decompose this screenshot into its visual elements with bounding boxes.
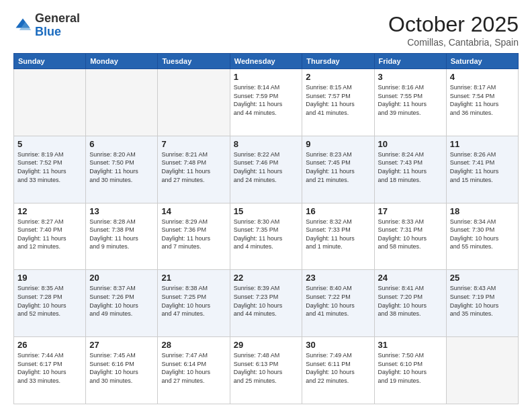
day-info: Sunrise: 7:50 AM Sunset: 6:10 PM Dayligh… xyxy=(378,351,443,385)
day-info: Sunrise: 8:38 AM Sunset: 7:25 PM Dayligh… xyxy=(161,284,226,318)
table-row: 21Sunrise: 8:38 AM Sunset: 7:25 PM Dayli… xyxy=(158,270,230,337)
table-row: 13Sunrise: 8:28 AM Sunset: 7:38 PM Dayli… xyxy=(86,203,158,270)
day-info: Sunrise: 8:23 AM Sunset: 7:45 PM Dayligh… xyxy=(306,150,370,184)
col-sunday: Sunday xyxy=(14,54,86,69)
day-number: 10 xyxy=(378,139,443,149)
col-thursday: Thursday xyxy=(302,54,374,69)
table-row: 20Sunrise: 8:37 AM Sunset: 7:26 PM Dayli… xyxy=(86,270,158,337)
table-row: 31Sunrise: 7:50 AM Sunset: 6:10 PM Dayli… xyxy=(374,337,446,404)
day-number: 14 xyxy=(161,206,226,216)
day-info: Sunrise: 8:32 AM Sunset: 7:33 PM Dayligh… xyxy=(306,218,370,251)
table-row: 12Sunrise: 8:27 AM Sunset: 7:40 PM Dayli… xyxy=(14,203,86,270)
day-info: Sunrise: 8:20 AM Sunset: 7:50 PM Dayligh… xyxy=(89,150,154,184)
day-number: 26 xyxy=(17,340,82,350)
day-number: 28 xyxy=(161,340,226,350)
table-row: 7Sunrise: 8:21 AM Sunset: 7:48 PM Daylig… xyxy=(158,136,230,203)
day-info: Sunrise: 8:35 AM Sunset: 7:28 PM Dayligh… xyxy=(17,284,82,318)
day-number: 29 xyxy=(234,340,299,350)
day-number: 11 xyxy=(450,139,515,149)
table-row: 5Sunrise: 8:19 AM Sunset: 7:52 PM Daylig… xyxy=(14,136,86,203)
day-number: 19 xyxy=(17,273,82,283)
day-number: 2 xyxy=(306,72,370,82)
table-row: 29Sunrise: 7:48 AM Sunset: 6:13 PM Dayli… xyxy=(230,337,302,404)
table-row: 11Sunrise: 8:26 AM Sunset: 7:41 PM Dayli… xyxy=(446,136,518,203)
day-number: 17 xyxy=(378,206,443,216)
day-number: 24 xyxy=(378,273,443,283)
day-info: Sunrise: 8:19 AM Sunset: 7:52 PM Dayligh… xyxy=(17,150,82,184)
table-row: 26Sunrise: 7:44 AM Sunset: 6:17 PM Dayli… xyxy=(14,337,86,404)
location: Comillas, Cantabria, Spain xyxy=(388,37,519,48)
day-number: 7 xyxy=(161,139,226,149)
calendar-table: Sunday Monday Tuesday Wednesday Thursday… xyxy=(13,53,519,404)
day-info: Sunrise: 8:16 AM Sunset: 7:55 PM Dayligh… xyxy=(378,83,443,117)
table-row: 4Sunrise: 8:17 AM Sunset: 7:54 PM Daylig… xyxy=(446,69,518,136)
day-number: 1 xyxy=(234,72,299,82)
day-number: 16 xyxy=(306,206,370,216)
table-row: 16Sunrise: 8:32 AM Sunset: 7:33 PM Dayli… xyxy=(302,203,374,270)
day-info: Sunrise: 8:22 AM Sunset: 7:46 PM Dayligh… xyxy=(234,150,299,184)
day-info: Sunrise: 8:33 AM Sunset: 7:31 PM Dayligh… xyxy=(378,218,443,251)
logo: General Blue xyxy=(13,12,80,39)
day-number: 30 xyxy=(306,340,370,350)
table-row: 3Sunrise: 8:16 AM Sunset: 7:55 PM Daylig… xyxy=(374,69,446,136)
table-row: 9Sunrise: 8:23 AM Sunset: 7:45 PM Daylig… xyxy=(302,136,374,203)
col-wednesday: Wednesday xyxy=(230,54,302,69)
day-info: Sunrise: 8:37 AM Sunset: 7:26 PM Dayligh… xyxy=(89,284,154,318)
logo-blue: Blue xyxy=(35,25,61,38)
table-row: 8Sunrise: 8:22 AM Sunset: 7:46 PM Daylig… xyxy=(230,136,302,203)
day-info: Sunrise: 8:21 AM Sunset: 7:48 PM Dayligh… xyxy=(161,150,226,184)
day-info: Sunrise: 8:41 AM Sunset: 7:20 PM Dayligh… xyxy=(378,284,443,318)
page: General Blue October 2025 Comillas, Cant… xyxy=(0,0,532,411)
logo-icon xyxy=(13,16,32,35)
day-number: 15 xyxy=(234,206,299,216)
calendar-week-row: 12Sunrise: 8:27 AM Sunset: 7:40 PM Dayli… xyxy=(14,203,519,270)
day-number: 3 xyxy=(378,72,443,82)
table-row: 1Sunrise: 8:14 AM Sunset: 7:59 PM Daylig… xyxy=(230,69,302,136)
day-info: Sunrise: 7:49 AM Sunset: 6:11 PM Dayligh… xyxy=(306,351,370,385)
day-number: 13 xyxy=(89,206,154,216)
table-row xyxy=(14,69,86,136)
day-info: Sunrise: 8:14 AM Sunset: 7:59 PM Dayligh… xyxy=(234,83,299,117)
day-info: Sunrise: 7:47 AM Sunset: 6:14 PM Dayligh… xyxy=(161,351,226,385)
day-info: Sunrise: 8:29 AM Sunset: 7:36 PM Dayligh… xyxy=(161,218,226,251)
col-friday: Friday xyxy=(374,54,446,69)
table-row: 17Sunrise: 8:33 AM Sunset: 7:31 PM Dayli… xyxy=(374,203,446,270)
day-info: Sunrise: 8:30 AM Sunset: 7:35 PM Dayligh… xyxy=(234,218,299,251)
day-info: Sunrise: 7:45 AM Sunset: 6:16 PM Dayligh… xyxy=(89,351,154,385)
day-info: Sunrise: 8:17 AM Sunset: 7:54 PM Dayligh… xyxy=(450,83,515,117)
logo-general: General xyxy=(35,11,80,25)
day-number: 25 xyxy=(450,273,515,283)
col-monday: Monday xyxy=(86,54,158,69)
day-info: Sunrise: 8:24 AM Sunset: 7:43 PM Dayligh… xyxy=(378,150,443,184)
month-title: October 2025 xyxy=(388,12,519,37)
day-info: Sunrise: 8:26 AM Sunset: 7:41 PM Dayligh… xyxy=(450,150,515,184)
day-number: 4 xyxy=(450,72,515,82)
table-row: 19Sunrise: 8:35 AM Sunset: 7:28 PM Dayli… xyxy=(14,270,86,337)
col-tuesday: Tuesday xyxy=(158,54,230,69)
day-number: 22 xyxy=(234,273,299,283)
day-number: 5 xyxy=(17,139,82,149)
day-number: 9 xyxy=(306,139,370,149)
day-number: 27 xyxy=(89,340,154,350)
table-row: 27Sunrise: 7:45 AM Sunset: 6:16 PM Dayli… xyxy=(86,337,158,404)
day-info: Sunrise: 8:15 AM Sunset: 7:57 PM Dayligh… xyxy=(306,83,370,117)
day-number: 18 xyxy=(450,206,515,216)
table-row: 23Sunrise: 8:40 AM Sunset: 7:22 PM Dayli… xyxy=(302,270,374,337)
calendar-week-row: 5Sunrise: 8:19 AM Sunset: 7:52 PM Daylig… xyxy=(14,136,519,203)
day-number: 23 xyxy=(306,273,370,283)
logo-text: General Blue xyxy=(35,12,80,39)
table-row: 18Sunrise: 8:34 AM Sunset: 7:30 PM Dayli… xyxy=(446,203,518,270)
day-number: 20 xyxy=(89,273,154,283)
calendar-week-row: 1Sunrise: 8:14 AM Sunset: 7:59 PM Daylig… xyxy=(14,69,519,136)
table-row: 30Sunrise: 7:49 AM Sunset: 6:11 PM Dayli… xyxy=(302,337,374,404)
calendar-week-row: 19Sunrise: 8:35 AM Sunset: 7:28 PM Dayli… xyxy=(14,270,519,337)
table-row xyxy=(86,69,158,136)
day-number: 12 xyxy=(17,206,82,216)
day-info: Sunrise: 7:44 AM Sunset: 6:17 PM Dayligh… xyxy=(17,351,82,385)
table-row: 22Sunrise: 8:39 AM Sunset: 7:23 PM Dayli… xyxy=(230,270,302,337)
table-row: 6Sunrise: 8:20 AM Sunset: 7:50 PM Daylig… xyxy=(86,136,158,203)
day-number: 8 xyxy=(234,139,299,149)
day-info: Sunrise: 7:48 AM Sunset: 6:13 PM Dayligh… xyxy=(234,351,299,385)
table-row: 10Sunrise: 8:24 AM Sunset: 7:43 PM Dayli… xyxy=(374,136,446,203)
day-number: 6 xyxy=(89,139,154,149)
